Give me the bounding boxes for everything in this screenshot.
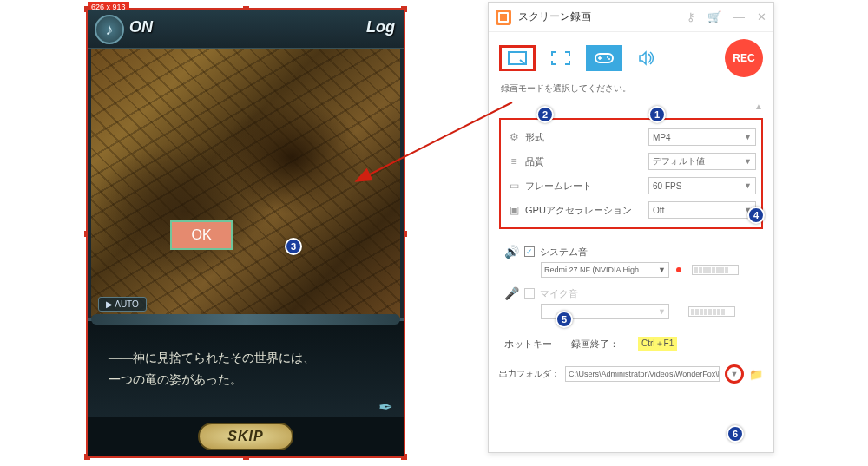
format-value: MP4	[653, 133, 671, 142]
title-bar: スクリーン録画 ⚷ 🛒 ― ✕	[489, 3, 773, 32]
microphone-icon: 🎤	[504, 286, 519, 300]
game-scene-art: ▶ AUTO	[88, 49, 404, 318]
mic-level-meter	[688, 306, 735, 317]
frames-icon: ▭	[506, 180, 522, 192]
mode-game-button[interactable]	[586, 45, 622, 71]
mode-audio-button[interactable]	[629, 45, 666, 71]
dialogue-line: ――神に見捨てられたその世界には、	[108, 347, 383, 369]
mode-fullscreen-button[interactable]	[542, 45, 579, 71]
output-label: 出力フォルダ：	[499, 368, 560, 380]
mode-row: REC	[489, 32, 773, 81]
quality-value: デフォルト値	[653, 155, 705, 167]
ok-button[interactable]: OK	[170, 220, 233, 250]
annotation-dot-1: 1	[648, 106, 666, 123]
mic-audio-checkbox[interactable]	[524, 288, 535, 299]
hotkey-row: ホットキー 録画終了： Ctrl＋F1	[489, 325, 773, 356]
sound-state-label: ON	[129, 18, 153, 36]
annotation-dot-2: 2	[536, 106, 554, 123]
chevron-down-icon: ▼	[744, 133, 752, 141]
dialogue-box: ――神に見捨てられたその世界には、 一つの竜の姿があった。 ✒	[88, 318, 404, 421]
annotation-dot-6: 6	[727, 425, 744, 443]
gamepad-icon	[594, 51, 615, 65]
video-settings-group: ⚙ 形式 MP4 ▼ ≡ 品質 デフォルト値 ▼ ▭ フレームレート 60 FP…	[499, 118, 763, 229]
format-label: 形式	[522, 131, 648, 144]
game-header: ♪ ON Log	[88, 10, 404, 49]
framerate-label: フレームレート	[522, 180, 648, 193]
hotkey-label: ホットキー	[504, 338, 552, 351]
recorder-window: スクリーン録画 ⚷ 🛒 ― ✕ REC 録画モードを選択してください。 ▲ ⚙ …	[488, 2, 774, 453]
sliders-icon: ≡	[506, 155, 522, 167]
region-icon	[508, 51, 527, 65]
framerate-value: 60 FPS	[653, 181, 681, 191]
record-button[interactable]: REC	[725, 39, 763, 77]
gpu-value: Off	[653, 206, 664, 215]
cart-icon[interactable]: 🛒	[707, 10, 721, 23]
chip-icon: ▣	[506, 204, 522, 216]
record-dot-icon	[676, 267, 681, 272]
audio-level-meter	[692, 265, 739, 275]
quality-label: 品質	[522, 155, 648, 168]
svg-point-6	[608, 58, 610, 60]
setting-row-format: ⚙ 形式 MP4 ▼	[506, 125, 756, 149]
feather-icon: ✒	[378, 397, 393, 417]
svg-point-5	[607, 56, 608, 58]
output-path-field[interactable]: C:\Users\Administrator\Videos\WonderFox\…	[565, 366, 720, 382]
skip-bar: SKIP	[88, 417, 404, 456]
gpu-select[interactable]: Off ▼	[648, 201, 756, 219]
hotkey-stop-label: 録画終了：	[571, 338, 619, 351]
fullscreen-icon	[551, 51, 570, 65]
mic-device-row: ▼	[504, 304, 758, 319]
window-title: スクリーン録画	[518, 10, 687, 24]
gear-icon: ⚙	[506, 131, 522, 143]
dialogue-line: 一つの竜の姿があった。	[108, 369, 383, 391]
mic-audio-label: マイク音	[540, 287, 578, 300]
hotkey-value: Ctrl＋F1	[638, 337, 677, 351]
close-button[interactable]: ✕	[757, 10, 766, 23]
annotation-dot-4: 4	[747, 207, 765, 224]
mode-hint: 録画モードを選択してください。	[489, 81, 773, 102]
minimize-button[interactable]: ―	[733, 10, 745, 23]
auto-badge[interactable]: ▶ AUTO	[98, 297, 147, 312]
output-dropdown[interactable]: ▼	[725, 364, 744, 384]
chevron-down-icon: ▼	[658, 307, 666, 316]
annotation-dot-5: 5	[556, 311, 573, 328]
system-audio-label: システム音	[540, 246, 588, 259]
gpu-label: GPUアクセラレーション	[522, 204, 648, 217]
sound-toggle[interactable]: ♪	[95, 15, 124, 44]
annotation-dot-3: 3	[285, 238, 302, 255]
mic-audio-row: 🎤 マイク音	[504, 286, 758, 300]
system-audio-row: 🔊 ✓ システム音	[504, 245, 758, 259]
collapse-arrow-icon[interactable]: ▲	[489, 102, 773, 111]
music-note-icon: ♪	[106, 21, 114, 39]
output-row: 出力フォルダ： C:\Users\Administrator\Videos\Wo…	[489, 356, 773, 387]
audio-device-value: Redmi 27 NF (NVIDIA High …	[544, 266, 649, 274]
chevron-down-icon: ▼	[744, 157, 752, 166]
system-audio-checkbox[interactable]: ✓	[524, 246, 535, 257]
audio-device-select[interactable]: Redmi 27 NF (NVIDIA High … ▼	[541, 262, 669, 278]
log-button[interactable]: Log	[366, 18, 395, 36]
mode-region-button[interactable]	[499, 45, 536, 71]
chevron-down-icon: ▼	[658, 266, 666, 274]
framerate-select[interactable]: 60 FPS ▼	[648, 177, 756, 194]
game-window: 626 x 913 ♪ ON Log ▶ AUTO ――神に見捨てられたその世界…	[86, 8, 405, 458]
setting-row-quality: ≡ 品質 デフォルト値 ▼	[506, 149, 756, 174]
quality-select[interactable]: デフォルト値 ▼	[648, 153, 756, 170]
key-icon[interactable]: ⚷	[687, 10, 695, 23]
folder-icon[interactable]: 📁	[749, 368, 763, 381]
audio-settings-group: 🔊 ✓ システム音 Redmi 27 NF (NVIDIA High … ▼ 🎤…	[489, 236, 773, 325]
setting-row-gpu: ▣ GPUアクセラレーション Off ▼	[506, 198, 756, 222]
chevron-down-icon: ▼	[744, 181, 752, 190]
system-device-row: Redmi 27 NF (NVIDIA High … ▼	[504, 262, 758, 278]
skip-button[interactable]: SKIP	[198, 423, 293, 450]
speaker-icon	[638, 50, 657, 66]
format-select[interactable]: MP4 ▼	[648, 128, 756, 146]
speaker-icon: 🔊	[504, 245, 519, 259]
app-logo-icon	[496, 10, 511, 25]
setting-row-framerate: ▭ フレームレート 60 FPS ▼	[506, 174, 756, 198]
dialogue-text: ――神に見捨てられたその世界には、 一つの竜の姿があった。	[108, 347, 383, 391]
